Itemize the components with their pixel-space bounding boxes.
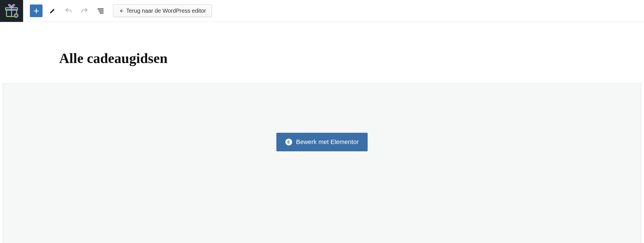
undo-icon (65, 7, 72, 15)
page-title[interactable]: Alle cadeaugidsen (59, 50, 644, 66)
site-logo-button[interactable] (0, 0, 23, 22)
plus-icon (33, 7, 40, 15)
editor-toolbar: Terug naar de WordPress editor (0, 0, 644, 22)
edit-with-elementor-button[interactable]: E Bewerk met Elementor (276, 133, 368, 151)
list-view-icon (97, 7, 105, 15)
gift-icon (4, 4, 19, 18)
arrow-left-icon (119, 8, 124, 14)
back-to-wordpress-button[interactable]: Terug naar de WordPress editor (113, 4, 212, 17)
add-block-button[interactable] (30, 4, 43, 17)
back-button-label: Terug naar de WordPress editor (126, 8, 206, 14)
toolbar-tools (30, 4, 107, 17)
pencil-icon (49, 7, 56, 15)
redo-button[interactable] (78, 4, 91, 17)
editor-content: Alle cadeaugidsen E Bewerk met Elementor (0, 50, 644, 243)
redo-icon (81, 7, 88, 15)
elementor-icon: E (285, 139, 292, 145)
undo-button[interactable] (62, 4, 75, 17)
edit-mode-button[interactable] (46, 4, 59, 17)
document-overview-button[interactable] (94, 4, 107, 17)
elementor-placeholder: E Bewerk met Elementor (3, 83, 641, 243)
elementor-button-label: Bewerk met Elementor (296, 138, 359, 146)
